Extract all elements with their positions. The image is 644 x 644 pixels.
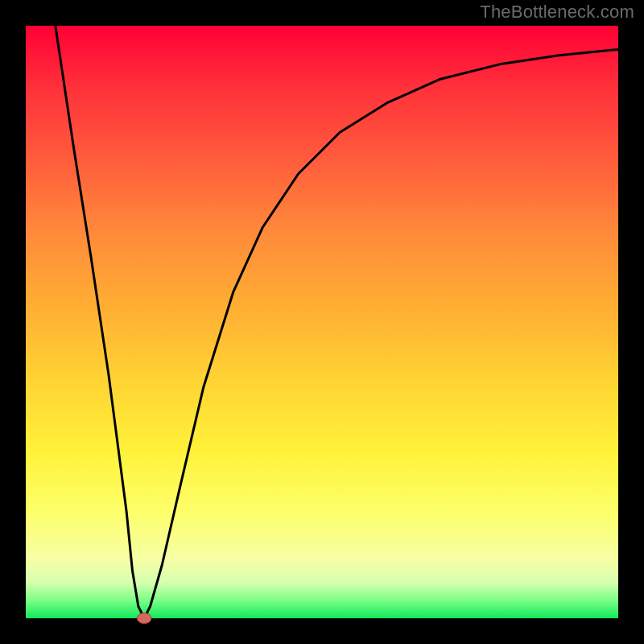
watermark-text: TheBottleneck.com	[480, 2, 634, 23]
curve-layer	[26, 26, 618, 618]
bottleneck-curve	[56, 26, 618, 618]
minimum-point-marker	[137, 613, 151, 623]
chart-frame: TheBottleneck.com	[0, 0, 644, 644]
